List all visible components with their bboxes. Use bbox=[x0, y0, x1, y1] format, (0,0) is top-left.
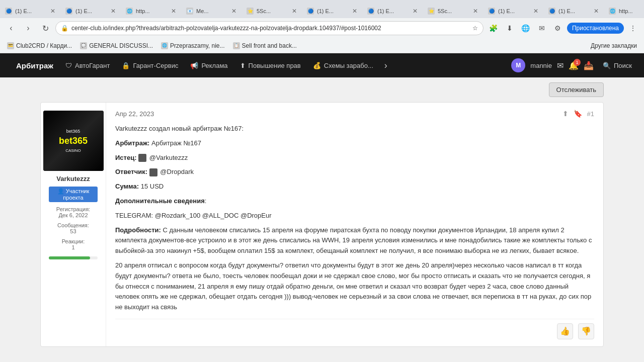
menu-button[interactable]: ⋮ bbox=[626, 21, 640, 35]
nav-item-garant[interactable]: 🔒 Гарант-Сервис bbox=[117, 59, 183, 72]
other-bookmarks[interactable]: Другие закладки bbox=[588, 41, 640, 50]
share-icon[interactable]: ⬆ bbox=[562, 110, 569, 118]
post-defendant-line: Ответчик: @Dropdark bbox=[115, 167, 594, 177]
badge-label: Участник проекта bbox=[63, 188, 89, 201]
nav-item-arbitrazh[interactable]: Арбитраж bbox=[8, 58, 58, 73]
dislike-button[interactable]: 👎 bbox=[578, 323, 594, 339]
site-nav: Арбитраж 🛡 АвтоГарант 🔒 Гарант-Сервис 📢 … bbox=[8, 58, 511, 73]
bookmark-2-label: GENERAL DISCUSSI... bbox=[89, 42, 153, 49]
star-icon[interactable]: ☆ bbox=[472, 25, 478, 32]
inbox-icon-wrapper[interactable]: 📥 bbox=[584, 61, 594, 70]
defendant-label: Ответчик: bbox=[115, 168, 147, 175]
reaction-bar bbox=[49, 256, 98, 259]
username-header: mannie bbox=[530, 62, 552, 69]
forward-button[interactable]: › bbox=[21, 21, 35, 35]
bookmark-2[interactable]: 💬 GENERAL DISCUSSI... bbox=[77, 41, 156, 50]
bookmark-1[interactable]: 💳 Club2CRD / Карди... bbox=[4, 41, 75, 50]
reg-label: Регистрация: Дек 6, 2022 bbox=[56, 206, 90, 218]
bookmark-3-icon: 🌐 bbox=[161, 42, 168, 49]
nav-item-autogarant[interactable]: 🛡 АвтоГарант bbox=[60, 59, 115, 72]
bookmark-4[interactable]: 📋 Sell front and back... bbox=[230, 41, 300, 50]
defendant-avatar bbox=[149, 168, 157, 176]
nav-label-schemes: Схемы зарабо... bbox=[324, 62, 373, 69]
post-header: Апр 22, 2023 ⬆ 🔖 #1 bbox=[115, 110, 594, 118]
post-plaintiff-line: Истец: @Varkutezzz bbox=[115, 153, 594, 163]
nav-item-schemes[interactable]: 💰 Схемы зарабо... bbox=[308, 59, 378, 72]
page-content: Отслеживать bet365 bet365 CASINO Varkute… bbox=[0, 77, 644, 362]
extensions-button[interactable]: 🧩 bbox=[487, 21, 501, 35]
react-count: 1 bbox=[71, 244, 74, 250]
post-number: #1 bbox=[587, 110, 594, 118]
tab-7[interactable]: 🔵(1) E...✕ bbox=[362, 4, 423, 18]
nav-item-prava[interactable]: ⬆ Повышение прав bbox=[235, 59, 306, 72]
post-body: Апр 22, 2023 ⬆ 🔖 #1 Varkutezzz создал но… bbox=[106, 103, 603, 346]
nav-item-reklama[interactable]: 📢 Реклама bbox=[185, 59, 232, 72]
post-actions: ⬆ 🔖 #1 bbox=[562, 110, 594, 118]
follow-btn-row: Отслеживать bbox=[40, 82, 604, 97]
tab-9[interactable]: 🔵(1) E...✕ bbox=[483, 4, 543, 18]
tab-5[interactable]: ⭐5Sc...✕ bbox=[242, 4, 302, 18]
desc-label: Подробности: bbox=[115, 226, 161, 234]
react-label: Реакции: bbox=[62, 238, 85, 244]
member-badge: 👤 Участник проекта bbox=[49, 187, 98, 202]
site-header: Арбитраж 🛡 АвтоГарант 🔒 Гарант-Сервис 📢 … bbox=[0, 53, 644, 77]
post-container: bet365 bet365 CASINO Varkutezzz 👤 Участн… bbox=[40, 102, 604, 347]
nav-more-button[interactable]: › bbox=[380, 58, 391, 73]
post-description-label: Подробности: С данным человеком списалис… bbox=[115, 225, 594, 256]
bookmark-3[interactable]: 🌐 Przepraszamy, nie... bbox=[158, 41, 227, 50]
reaction-fill bbox=[49, 256, 90, 259]
profile-button[interactable]: Приостановлена bbox=[567, 23, 624, 34]
reg-date: Дек 6, 2022 bbox=[58, 212, 88, 218]
tab-2[interactable]: 🔵(1) E...✕ bbox=[60, 4, 121, 18]
money-icon: 💰 bbox=[313, 62, 321, 69]
shield-icon: 🛡 bbox=[65, 62, 72, 69]
tab-8[interactable]: ⭐5Sc...✕ bbox=[423, 4, 483, 18]
lock-nav-icon: 🔒 bbox=[122, 62, 130, 69]
translate-icon[interactable]: 🌐 bbox=[519, 21, 533, 35]
follow-button[interactable]: Отслеживать bbox=[549, 82, 604, 97]
post-arb-line: Арбитраж: Арбитраж №167 bbox=[115, 138, 594, 149]
mail-icon: ✉ bbox=[557, 61, 564, 70]
browser-frame: 🔵(1) E...✕ 🔵(1) E...✕ 🌐http...✕ 📧Me...✕ … bbox=[0, 0, 644, 53]
tab-3[interactable]: 🌐http...✕ bbox=[121, 4, 181, 18]
search-button[interactable]: 🔍 Поиск bbox=[599, 60, 636, 71]
bookmark-3-label: Przepraszamy, nie... bbox=[170, 42, 224, 49]
react-count-block: Реакции: 1 bbox=[62, 238, 85, 250]
post-telegram-line: TELEGRAM: @Rozdark_100 @ALL_DOC @DropEur bbox=[115, 211, 594, 221]
back-button[interactable]: ‹ bbox=[4, 21, 18, 35]
notif-icon-wrapper[interactable]: 🔔 1 bbox=[569, 61, 579, 70]
email-icon[interactable]: ✉ bbox=[535, 21, 549, 35]
search-icon: 🔍 bbox=[603, 62, 611, 69]
tab-1[interactable]: 🔵(1) E...✕ bbox=[0, 4, 60, 18]
bookmark-4-icon: 📋 bbox=[233, 42, 240, 49]
download-icon[interactable]: ⬇ bbox=[503, 21, 517, 35]
tab-10[interactable]: 🔵(1) E...✕ bbox=[543, 4, 604, 18]
like-button[interactable]: 👍 bbox=[557, 323, 573, 339]
bookmark-1-label: Club2CRD / Карди... bbox=[16, 42, 72, 49]
post-date: Апр 22, 2023 bbox=[115, 110, 154, 118]
tab-4[interactable]: 📧Me...✕ bbox=[181, 4, 242, 18]
url-text: center-club.io/index.php?threads/arbitra… bbox=[71, 25, 469, 32]
nav-label-autogarant: АвтоГарант bbox=[75, 62, 110, 69]
notification-badge: 1 bbox=[574, 59, 581, 66]
arb-label: Арбитраж: bbox=[115, 139, 149, 147]
refresh-button[interactable]: ↻ bbox=[38, 21, 52, 35]
msg-count-block: Сообщения: 53 bbox=[57, 222, 89, 234]
arb-value: Арбитраж №167 bbox=[151, 139, 201, 147]
tab-11[interactable]: 🌐http...✕ bbox=[604, 4, 644, 18]
reg-label-text: Регистрация: bbox=[56, 206, 90, 212]
plaintiff-label: Истец: bbox=[115, 154, 137, 161]
tab-6[interactable]: 🔵(1) E...✕ bbox=[302, 4, 362, 18]
bookmark-icon[interactable]: 🔖 bbox=[574, 110, 582, 118]
post-title-line: Varkutezzz создал новый арбитраж №167: bbox=[115, 124, 594, 134]
settings-icon[interactable]: ⚙ bbox=[551, 21, 565, 35]
browser-actions: 🧩 ⬇ 🌐 ✉ ⚙ Приостановлена ⋮ bbox=[487, 21, 640, 35]
bookmarks-bar: 💳 Club2CRD / Карди... 💬 GENERAL DISCUSSI… bbox=[0, 38, 644, 53]
browser-controls: ‹ › ↻ 🔒 center-club.io/index.php?threads… bbox=[0, 18, 644, 38]
search-label: Поиск bbox=[614, 62, 632, 69]
plaintiff-avatar bbox=[138, 154, 146, 162]
user-avatar[interactable]: M bbox=[511, 58, 525, 72]
address-bar[interactable]: 🔒 center-club.io/index.php?threads/arbit… bbox=[55, 21, 484, 35]
mail-icon-wrapper[interactable]: ✉ bbox=[557, 61, 564, 70]
nav-label-reklama: Реклама bbox=[201, 62, 227, 69]
